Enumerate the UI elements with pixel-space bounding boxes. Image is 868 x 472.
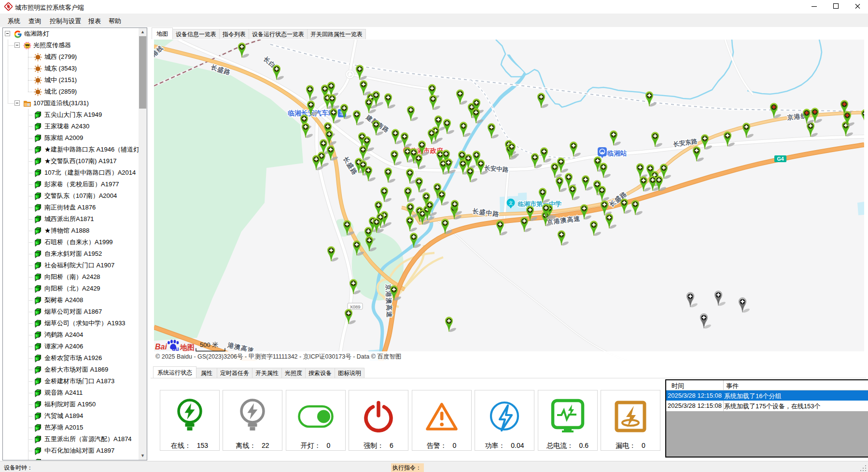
svg-text:临湘市第一中学: 临湘市第一中学 bbox=[518, 200, 561, 208]
svg-text:临湘站: 临湘站 bbox=[607, 150, 627, 157]
svg-text:文: 文 bbox=[508, 200, 513, 206]
svg-text:G4: G4 bbox=[777, 156, 784, 162]
svg-text:X089: X089 bbox=[350, 304, 360, 309]
svg-text:地图: 地图 bbox=[180, 343, 195, 351]
svg-text:© 2025 Baidu - GS(2023)3206号 -: © 2025 Baidu - GS(2023)3206号 - 甲测资字11111… bbox=[155, 353, 401, 360]
svg-text:Bai: Bai bbox=[155, 343, 167, 351]
svg-text:500 米: 500 米 bbox=[200, 341, 218, 348]
svg-text:du: du bbox=[172, 346, 179, 352]
